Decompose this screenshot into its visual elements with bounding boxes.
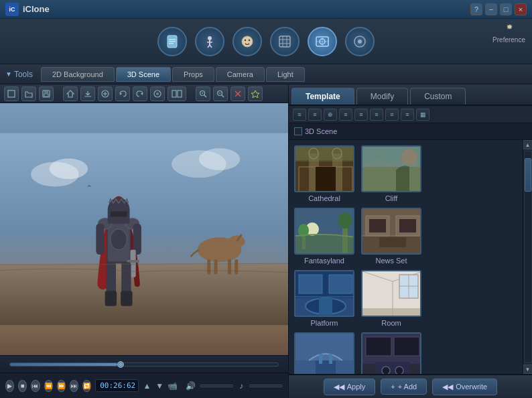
sub-add-icon[interactable]: ⊕ [324,109,337,121]
progress-bar[interactable] [9,362,279,367]
tab-modify[interactable]: Modify [356,88,408,105]
sub-sort-icon[interactable]: ≡ [354,109,368,121]
svg-rect-82 [316,167,336,192]
svg-point-130 [395,367,403,374]
close-button[interactable]: × [515,3,527,15]
sub-tag-icon[interactable]: ≡ [370,109,383,121]
toolbar-file[interactable] [157,27,187,56]
maximize-button[interactable]: □ [500,3,512,15]
preference-label: Preference [492,36,525,44]
open-btn[interactable] [21,86,36,101]
titlebar-right: ? − □ × [470,3,527,15]
prev-btn[interactable]: ⏮ [31,380,40,392]
file-icon [157,27,187,56]
svg-rect-128 [376,362,409,374]
preference-button[interactable]: Preference [492,24,525,44]
toolbar-face[interactable] [232,27,262,56]
select-btn[interactable] [150,86,165,101]
scene-item[interactable]: 3D Scene [294,127,527,135]
top-toolbar: Preference [0,19,532,64]
sub-view-icon[interactable]: ▦ [416,109,429,121]
svg-rect-12 [279,36,290,47]
right-scrollbar[interactable]: ▲ ▼ [523,140,532,374]
time-display: 00:26:62 [95,379,139,392]
toolbar-scene[interactable] [308,27,337,56]
help-button[interactable]: ? [470,3,482,15]
add-button[interactable]: + + Add [381,379,427,395]
time-up[interactable]: ▲ [143,380,151,392]
svg-rect-63 [96,224,104,255]
thumb-fantasyland[interactable]: Fantasyland [294,208,354,265]
tab-template[interactable]: Template [291,88,354,105]
svg-rect-55 [214,259,217,275]
thumb-newsset[interactable]: News Set [361,208,421,265]
redo-btn[interactable] [133,86,147,101]
import-btn[interactable] [80,86,95,101]
stop-btn[interactable]: ■ [18,380,27,392]
overwrite-button[interactable]: ◀◀ Overwrite [432,379,497,395]
thumb-cliff[interactable]: Cliff [361,145,421,202]
delete-btn[interactable] [230,86,245,101]
forward-btn[interactable]: ⏩ [57,380,66,392]
zoom-out-btn[interactable] [213,86,228,101]
apply-button[interactable]: ◀◀ Apply [324,379,376,395]
save-btn[interactable] [39,86,54,101]
thumb-extra1[interactable] [294,332,354,374]
zoom-in-btn[interactable] [196,86,210,101]
right-sub-toolbar: ≡ ≡ ⊕ ≡ ≡ ≡ ≡ ≡ ▦ [289,106,532,123]
scroll-thumb[interactable] [525,158,531,192]
thumb-img-newsset [361,208,421,255]
tab-3d-scene[interactable]: 3D Scene [116,67,171,82]
scroll-down[interactable]: ▼ [523,364,533,374]
svg-marker-44 [251,90,259,98]
thumbs-wrapper: Cathedral [289,140,523,374]
scene-checkbox[interactable] [294,127,302,135]
thumb-label-cathedral: Cathedral [308,194,340,202]
rewind-btn[interactable]: ⏪ [44,380,53,392]
thumb-label-newsset: News Set [375,257,407,265]
sub-list-icon[interactable]: ≡ [293,109,306,121]
sub-filter-icon[interactable]: ≡ [339,109,352,121]
tab-2d-background[interactable]: 2D Background [41,67,115,82]
tab-camera[interactable]: Camera [216,67,265,82]
svg-rect-33 [172,90,176,97]
toolbar-effects[interactable] [345,27,375,56]
camera-ctrl[interactable]: 📹 [168,380,178,392]
home-btn[interactable] [63,86,78,101]
play-btn[interactable]: ▶ [5,380,14,392]
svg-rect-65 [131,250,136,277]
scroll-up[interactable]: ▲ [523,140,533,149]
tab-custom[interactable]: Custom [410,88,466,105]
thumb-extra2[interactable] [361,332,421,374]
minimize-button[interactable]: − [485,3,497,15]
audio-slider[interactable] [200,385,233,387]
multi-btn[interactable] [168,86,186,101]
thumb-room[interactable]: Room [361,270,421,327]
undo-btn[interactable] [115,86,130,101]
add-btn[interactable] [98,86,113,101]
tools-bar: ▼ Tools 2D Background 3D Scene Props Cam… [0,64,532,84]
sub-table-icon[interactable]: ≡ [401,109,414,121]
music-slider[interactable] [249,385,283,387]
scene-tree: 3D Scene [289,123,532,140]
svg-rect-123 [329,354,332,364]
toolbar-motion[interactable] [270,27,300,56]
titlebar-left: iC iClone [5,3,50,16]
time-down[interactable]: ▼ [155,380,164,392]
tab-light[interactable]: Light [266,67,305,82]
tab-props[interactable]: Props [172,67,214,82]
thumb-cathedral[interactable]: Cathedral [294,145,354,202]
new-btn[interactable] [4,86,19,101]
app-logo: iC [5,3,19,16]
svg-rect-105 [299,275,322,293]
next-btn[interactable]: ⏭ [70,380,78,392]
scene-icon [308,27,337,56]
thumb-platform[interactable]: Platform [294,270,354,327]
toolbar-character[interactable] [195,27,224,56]
loop-btn[interactable]: 🔁 [82,380,91,392]
sub-grid-icon[interactable]: ≡ [308,109,322,121]
sub-move-icon[interactable]: ≡ [385,109,399,121]
svg-point-9 [242,36,253,47]
svg-rect-108 [319,298,332,315]
fx-btn[interactable] [248,86,263,101]
